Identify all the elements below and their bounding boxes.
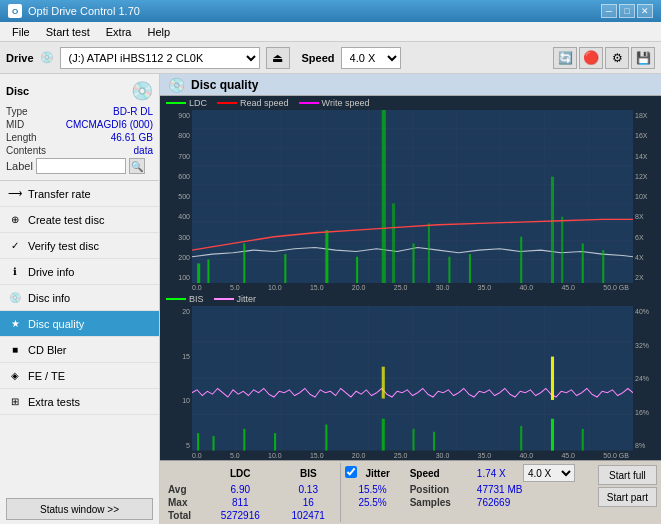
- sidebar-item-fe-te[interactable]: ◈ FE / TE: [0, 363, 159, 389]
- svg-rect-18: [197, 263, 200, 283]
- ldc-max: 811: [205, 496, 277, 509]
- svg-rect-52: [325, 425, 327, 451]
- create-test-disc-label: Create test disc: [28, 214, 104, 226]
- label-key: Label: [6, 160, 33, 172]
- maximize-button[interactable]: □: [619, 4, 635, 18]
- bottom-stats-bar: LDC BIS Jitter Speed 1.74 X 4.0 X: [160, 460, 661, 524]
- ldc-legend: LDC: [189, 98, 207, 108]
- sidebar-item-extra-tests[interactable]: ⊞ Extra tests: [0, 389, 159, 415]
- speed-stat-select[interactable]: 4.0 X: [523, 464, 575, 482]
- create-test-disc-icon: ⊕: [8, 213, 22, 227]
- ldc-total: 5272916: [205, 509, 277, 522]
- menu-file[interactable]: File: [4, 24, 38, 40]
- bis-legend: BIS: [189, 294, 204, 304]
- svg-rect-49: [213, 437, 215, 451]
- menu-start-test[interactable]: Start test: [38, 24, 98, 40]
- svg-rect-48: [197, 434, 199, 451]
- drive-info-label: Drive info: [28, 266, 74, 278]
- svg-rect-23: [356, 257, 358, 284]
- main-layout: Disc 💿 Type BD-R DL MID CMCMAGDI6 (000) …: [0, 74, 661, 524]
- app-title: Opti Drive Control 1.70: [28, 5, 140, 17]
- eject-button[interactable]: ⏏: [266, 47, 290, 69]
- jitter-header: Jitter: [361, 463, 403, 483]
- sidebar-item-drive-info[interactable]: ℹ Drive info: [0, 259, 159, 285]
- burn-button[interactable]: 🔴: [579, 47, 603, 69]
- settings-button[interactable]: ⚙: [605, 47, 629, 69]
- svg-rect-29: [469, 254, 471, 283]
- extra-tests-label: Extra tests: [28, 396, 80, 408]
- extra-tests-icon: ⊞: [8, 395, 22, 409]
- fe-te-label: FE / TE: [28, 370, 65, 382]
- jitter-checkbox[interactable]: [345, 466, 357, 478]
- status-window-button[interactable]: Status window >>: [6, 498, 153, 520]
- samples-label: Samples: [404, 496, 473, 509]
- app-icon: O: [8, 4, 22, 18]
- verify-test-disc-label: Verify test disc: [28, 240, 99, 252]
- jitter-legend: Jitter: [237, 294, 257, 304]
- disc-quality-header: 💿 Disc quality: [160, 74, 661, 96]
- svg-rect-58: [582, 429, 584, 451]
- svg-rect-34: [602, 250, 604, 283]
- ldc-avg: 6.90: [205, 483, 277, 496]
- title-bar: O Opti Drive Control 1.70 ─ □ ✕: [0, 0, 661, 22]
- svg-rect-31: [551, 177, 554, 284]
- minimize-button[interactable]: ─: [601, 4, 617, 18]
- menu-extra[interactable]: Extra: [98, 24, 140, 40]
- contents-value: data: [134, 145, 153, 156]
- menu-bar: File Start test Extra Help: [0, 22, 661, 42]
- position-value: 47731 MB: [473, 483, 594, 496]
- sidebar-item-transfer-rate[interactable]: ⟶ Transfer rate: [0, 181, 159, 207]
- bis-avg: 0.13: [276, 483, 341, 496]
- svg-rect-57: [551, 419, 554, 451]
- max-label: Max: [164, 496, 205, 509]
- menu-help[interactable]: Help: [139, 24, 178, 40]
- save-button[interactable]: 💾: [631, 47, 655, 69]
- type-label: Type: [6, 106, 28, 117]
- drive-bar: Drive 💿 (J:) ATAPI iHBS112 2 CL0K ⏏ Spee…: [0, 42, 661, 74]
- svg-rect-59: [551, 357, 554, 400]
- close-button[interactable]: ✕: [637, 4, 653, 18]
- drive-select[interactable]: (J:) ATAPI iHBS112 2 CL0K: [60, 47, 260, 69]
- length-label: Length: [6, 132, 37, 143]
- svg-rect-60: [382, 367, 385, 399]
- svg-rect-27: [428, 223, 430, 283]
- jitter-max: 25.5%: [341, 496, 404, 509]
- svg-rect-56: [520, 426, 522, 451]
- label-input[interactable]: [36, 158, 126, 174]
- transfer-rate-icon: ⟶: [8, 187, 22, 201]
- disc-panel: Disc 💿 Type BD-R DL MID CMCMAGDI6 (000) …: [0, 74, 159, 181]
- sidebar-item-verify-test-disc[interactable]: ✓ Verify test disc: [0, 233, 159, 259]
- svg-rect-21: [284, 254, 286, 283]
- sidebar-item-disc-info[interactable]: 💿 Disc info: [0, 285, 159, 311]
- speed-stat-header: Speed: [404, 463, 473, 483]
- speed-label: Speed: [302, 52, 335, 64]
- start-part-button[interactable]: Start part: [598, 487, 657, 507]
- jitter-avg: 15.5%: [341, 483, 404, 496]
- sidebar-item-disc-quality[interactable]: ★ Disc quality: [0, 311, 159, 337]
- svg-rect-50: [243, 429, 245, 451]
- samples-value: 762669: [473, 496, 594, 509]
- svg-rect-25: [392, 203, 395, 283]
- label-search-button[interactable]: 🔍: [129, 158, 145, 174]
- start-full-button[interactable]: Start full: [598, 465, 657, 485]
- length-value: 46.61 GB: [111, 132, 153, 143]
- disc-section-title: Disc: [6, 85, 29, 97]
- sidebar-item-cd-bler[interactable]: ■ CD Bler: [0, 337, 159, 363]
- sidebar-item-create-test-disc[interactable]: ⊕ Create test disc: [0, 207, 159, 233]
- drive-label: Drive: [6, 52, 34, 64]
- svg-rect-32: [561, 217, 563, 284]
- verify-test-disc-icon: ✓: [8, 239, 22, 253]
- speed-select[interactable]: 4.0 X: [341, 47, 401, 69]
- top-chart: [192, 110, 633, 283]
- content-area: 💿 Disc quality LDC Read speed Write spee…: [160, 74, 661, 524]
- disc-quality-icon: ★: [8, 317, 22, 331]
- fe-te-icon: ◈: [8, 369, 22, 383]
- svg-rect-33: [582, 243, 584, 283]
- svg-rect-55: [433, 432, 435, 451]
- mid-value: CMCMAGDI6 (000): [66, 119, 153, 130]
- y-top-900: 900: [160, 112, 192, 119]
- refresh-button[interactable]: 🔄: [553, 47, 577, 69]
- disc-info-icon: 💿: [8, 291, 22, 305]
- svg-rect-30: [520, 237, 522, 284]
- sidebar-menu: ⟶ Transfer rate ⊕ Create test disc ✓ Ver…: [0, 181, 159, 494]
